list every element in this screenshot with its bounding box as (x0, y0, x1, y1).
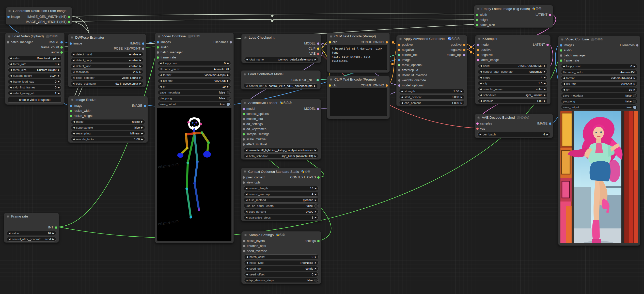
output-port-Filenames[interactable]: Filenames (213, 40, 232, 45)
widget-pix_fmt[interactable]: ◀pix_fmtyuv420p▶ (561, 81, 637, 86)
workflow-canvas[interactable]: Generation Resolution From ImageimageIMA… (0, 0, 644, 294)
port-dot-icon[interactable] (317, 176, 320, 179)
port-dot-icon[interactable] (476, 122, 479, 125)
toggle-knob-icon[interactable] (227, 91, 230, 94)
widget-right-arrow-icon[interactable]: ▶ (139, 65, 141, 67)
output-port-VAE[interactable]: VAE (309, 51, 319, 56)
port-dot-icon[interactable] (476, 24, 478, 26)
widget-supersample[interactable]: ◀supersamplefalse▶ (71, 125, 145, 130)
port-dot-icon[interactable] (7, 41, 9, 43)
input-port-batch_size[interactable]: batch_size (476, 22, 495, 27)
port-dot-icon[interactable] (398, 54, 400, 56)
widget-crf[interactable]: ◀crf19▶ (158, 84, 231, 89)
widget-left-arrow-icon[interactable]: ◀ (246, 267, 248, 270)
port-dot-icon[interactable] (70, 115, 72, 117)
node-context-options[interactable]: Context Options◆Standard Static🎭ⒶⒹprev_c… (241, 168, 321, 221)
port-dot-icon[interactable] (386, 84, 388, 87)
widget-value[interactable]: ◀value16▶ (7, 231, 56, 236)
widget-context_length[interactable]: ◀context_length16▶ (244, 186, 319, 191)
node-load-checkpoint[interactable]: Load CheckpointMODELCLIPVAE◀ckpt_nametoo… (241, 34, 321, 63)
widget-left-arrow-icon[interactable]: ◀ (480, 70, 482, 73)
port-dot-icon[interactable] (560, 59, 562, 62)
node-header[interactable]: AnimateDiff Loader🎭ⒶⒹ① (241, 99, 321, 106)
widget-right-arrow-icon[interactable]: ▶ (315, 187, 317, 190)
widget-right-arrow-icon[interactable]: ▶ (139, 71, 141, 73)
port-dot-icon[interactable] (144, 105, 146, 107)
output-port-CONTEXT_OPTS[interactable]: CONTEXT_OPTS (290, 175, 320, 180)
node-header[interactable]: Apply Advanced ControlNet🛂ⒶⒸⓃ (397, 35, 467, 42)
node-video-combine-right[interactable]: Video Combine🎥ⓋⒽⓈimagesFilenamesaudiobat… (558, 36, 640, 246)
widget-control_net_name[interactable]: ◀control_net_namecontrol_v11p_sd15_openp… (244, 83, 318, 88)
input-port-iteration_opts[interactable]: iteration_opts (243, 243, 266, 249)
port-dot-icon[interactable] (476, 19, 478, 21)
output-port-settings[interactable]: settings (305, 238, 320, 243)
widget-save_metadata[interactable]: save_metadatafalse (158, 90, 231, 95)
widget-left-arrow-icon[interactable]: ◀ (10, 63, 12, 65)
toggle-knob-icon[interactable] (227, 103, 230, 106)
input-port-scale_multival[interactable]: scale_multival (243, 137, 266, 142)
input-port-control_net[interactable]: control_net (398, 52, 418, 57)
collapse-dot-icon[interactable] (8, 35, 10, 38)
input-port-noise_layers[interactable]: noise_layers (243, 238, 265, 243)
widget-left-arrow-icon[interactable]: ◀ (246, 261, 248, 264)
widget-pingpong[interactable]: pingpongfalse (158, 96, 231, 101)
widget-right-arrow-icon[interactable]: ▶ (315, 267, 317, 270)
widget-force_rate[interactable]: ◀force_rate0▶ (8, 61, 62, 67)
port-dot-icon[interactable] (317, 42, 319, 45)
widget-right-arrow-icon[interactable]: ▶ (315, 149, 316, 151)
widget-right-arrow-icon[interactable]: ▶ (634, 65, 635, 68)
widget-right-arrow-icon[interactable]: ▶ (58, 80, 60, 83)
input-port-positive[interactable]: positive (477, 47, 491, 52)
node-header[interactable]: Video Combine🎥ⓋⒽⓈ (558, 36, 640, 43)
port-dot-icon[interactable] (243, 240, 245, 242)
widget-scheduler[interactable]: ◀schedulersgm_uniform▶ (478, 92, 548, 98)
port-dot-icon[interactable] (317, 108, 319, 110)
widget-left-arrow-icon[interactable]: ◀ (73, 76, 74, 79)
input-port-latent_kf_override[interactable]: latent_kf_override (398, 73, 427, 78)
collapse-dot-icon[interactable] (71, 36, 73, 39)
widget-right-arrow-icon[interactable]: ▶ (52, 238, 54, 240)
toggle-knob-icon[interactable] (314, 279, 318, 282)
widget-right-arrow-icon[interactable]: ▶ (227, 74, 229, 76)
port-dot-icon[interactable] (70, 42, 72, 45)
widget-right-arrow-icon[interactable]: ▶ (141, 126, 143, 129)
input-port-batch_manager[interactable]: batch_manager (157, 50, 183, 55)
collapse-dot-icon[interactable] (244, 73, 246, 75)
port-dot-icon[interactable] (60, 46, 63, 49)
input-port-audio[interactable]: audio (560, 48, 572, 53)
output-port-IMAGE[interactable]: IMAGE (537, 121, 551, 126)
node-header[interactable]: VAE Decode Batched🎥ⓋⒽⓈ (475, 114, 553, 121)
input-port-model[interactable]: model (477, 42, 489, 47)
widget-left-arrow-icon[interactable]: ◀ (480, 82, 482, 85)
port-dot-icon[interactable] (560, 49, 562, 52)
port-dot-icon[interactable] (477, 54, 479, 56)
collapse-dot-icon[interactable] (7, 215, 9, 218)
collapse-dot-icon[interactable] (244, 102, 246, 104)
widget-seed_offset[interactable]: ◀seed_offset0▶ (244, 272, 319, 277)
node-header[interactable]: Empty Latent Image (Big Batch)🎭ⒶⒹ (474, 5, 553, 12)
port-dot-icon[interactable] (142, 42, 144, 45)
widget-right-arrow-icon[interactable]: ▶ (315, 199, 317, 201)
collapse-dot-icon[interactable] (71, 99, 73, 101)
port-dot-icon[interactable] (243, 118, 245, 120)
widget-adapt_denoise_steps[interactable]: adapt_denoise_stepsfalse (244, 278, 319, 283)
widget-left-arrow-icon[interactable]: ◀ (246, 187, 247, 190)
widget-mode[interactable]: ◀moderesize▶ (71, 119, 145, 124)
port-dot-icon[interactable] (70, 105, 72, 107)
port-dot-icon[interactable] (398, 69, 400, 71)
widget-right-arrow-icon[interactable]: ▶ (546, 133, 548, 136)
widget-right-arrow-icon[interactable]: ▶ (139, 82, 141, 85)
port-dot-icon[interactable] (398, 64, 400, 66)
widget-right-arrow-icon[interactable]: ▶ (315, 216, 317, 219)
widget-start_percent[interactable]: ◀start_percent0.000▶ (244, 209, 319, 214)
widget-right-arrow-icon[interactable]: ▶ (58, 74, 60, 77)
input-port-weights_override[interactable]: weights_override (398, 78, 426, 83)
widget-filename_prefix[interactable]: filename_prefixAnimateDiff (561, 70, 637, 75)
widget-left-arrow-icon[interactable]: ◀ (10, 80, 12, 83)
output-port-CLIP[interactable]: CLIP (308, 46, 319, 51)
widget-custom_height[interactable]: ◀custom_height1024▶ (8, 73, 62, 78)
widget-format[interactable]: ◀formatvideo/h264-mp4▶ (158, 72, 231, 78)
input-port-batch_manager[interactable]: batch_manager (560, 53, 586, 58)
node-header[interactable]: Load Video (Upload)🎥ⓋⒽⓈ (5, 33, 64, 40)
port-dot-icon[interactable] (317, 240, 320, 242)
